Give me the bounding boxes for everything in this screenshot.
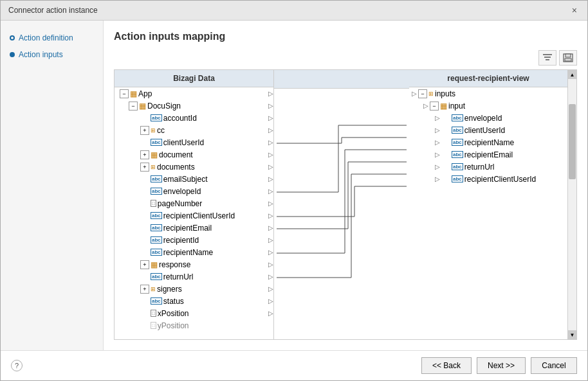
arrow-right: ▷ (268, 127, 273, 134)
sidebar-item-action-inputs[interactable]: Action inputs (6, 48, 98, 62)
node-label: DocuSign (147, 102, 181, 111)
tree-row: abc emailSubject ▷ (115, 173, 273, 185)
tree-row: abc recipientEmail ▷ (115, 222, 273, 234)
tree-row: + ▦ response ▷ (115, 258, 273, 270)
expander-app[interactable]: − (120, 89, 129, 98)
node-label: emailSubject (163, 175, 208, 184)
mid-header-spacer (274, 70, 409, 89)
entity-icon: ▦ (440, 102, 447, 111)
abc-icon: abc (151, 139, 162, 146)
title-bar: Connector action instance × (1, 1, 587, 21)
abc-icon: abc (452, 127, 463, 134)
filter-button[interactable] (538, 50, 556, 66)
scroll-up[interactable]: ▲ (568, 70, 576, 79)
node-label: recipientClientUserId (464, 175, 536, 184)
arrow-right: ▷ (268, 200, 273, 207)
abc-icon: abc (151, 188, 162, 195)
left-arrow: ▷ (412, 90, 417, 97)
node-label: recipientName (163, 248, 213, 257)
arrow-right: ▷ (268, 102, 273, 109)
tree-row: □ xPosition ▷ (115, 307, 273, 319)
arrow-right: ▷ (268, 273, 273, 280)
tree-row: □ pageNumber ▷ (115, 197, 273, 209)
num-icon: □ (151, 322, 156, 330)
node-label: xPosition (158, 309, 189, 318)
expander-docusign[interactable]: − (129, 102, 138, 111)
close-button[interactable]: × (569, 6, 580, 15)
tree-row: + ⊞ signers ▷ (115, 283, 273, 295)
mapping-area: Bizagi Data − ▦ App ▷ (114, 69, 577, 340)
expander-input[interactable]: − (430, 102, 439, 111)
dialog-title: Connector action instance (8, 6, 98, 15)
num-icon: □ (151, 200, 156, 208)
node-label: envelopeId (464, 114, 502, 123)
expander-cc[interactable]: + (140, 126, 149, 135)
expander-response[interactable]: + (140, 260, 149, 269)
arrow-right: ▷ (268, 175, 273, 182)
expander-documents[interactable]: + (140, 163, 149, 172)
sidebar-item-action-definition[interactable]: Action definition (6, 31, 98, 45)
expander-inputs[interactable]: − (418, 89, 427, 98)
arrow-right: ▷ (268, 90, 273, 97)
help-button[interactable]: ? (11, 360, 23, 371)
node-label: App (138, 89, 152, 98)
node-label: recipientEmail (464, 150, 513, 159)
tree-row: ▷ abc returnUrl (409, 161, 567, 173)
content-area: Action definition Action inputs Action i… (1, 21, 587, 350)
sidebar-label-action-inputs: Action inputs (19, 50, 63, 59)
left-panel-header: Bizagi Data (115, 70, 273, 87)
tree-row: ▷ − ⊞ inputs (409, 87, 567, 100)
cancel-button[interactable]: Cancel (531, 357, 577, 374)
tree-row: abc recipientClientUserId ▷ (115, 209, 273, 222)
scrollbar[interactable]: ▲ ▼ (567, 70, 576, 339)
node-label: returnUrl (163, 272, 194, 281)
scroll-thumb[interactable] (569, 104, 576, 179)
tree-row: abc envelopeId ▷ (115, 185, 273, 197)
abc-icon: abc (151, 175, 162, 183)
group-icon: ⊞ (151, 164, 156, 170)
tree-row: ▷ − ▦ input (409, 100, 567, 112)
scroll-down[interactable]: ▼ (568, 330, 576, 339)
node-label: clientUserId (464, 126, 505, 135)
abc-icon: abc (151, 224, 162, 232)
abc-icon: abc (151, 114, 162, 122)
tree-row: abc clientUserId ▷ (115, 136, 273, 148)
arrow-right: ▷ (268, 163, 273, 170)
expander-signers[interactable]: + (140, 285, 149, 294)
connector-area (274, 70, 409, 339)
save-button[interactable] (559, 50, 577, 66)
expander-document[interactable]: + (140, 150, 149, 159)
node-label: documents (157, 163, 195, 172)
arrow-right: ▷ (268, 224, 273, 231)
abc-icon: abc (151, 249, 162, 256)
node-label: inputs (435, 89, 455, 98)
node-label: accountId (163, 114, 197, 123)
arrow-right: ▷ (268, 139, 273, 146)
left-arrow: ▷ (435, 163, 440, 170)
left-arrow: ▷ (435, 114, 440, 121)
tree-row: ▷ abc envelopeId (409, 112, 567, 124)
node-label: returnUrl (464, 163, 495, 172)
main-content: Action inputs mapping (104, 21, 587, 350)
tree-row: + ⊞ documents ▷ (115, 161, 273, 173)
right-tree: ▷ − ⊞ inputs ▷ − ▦ input (409, 87, 567, 339)
back-button[interactable]: << Back (421, 357, 472, 374)
node-label: input (448, 102, 465, 111)
node-label: status (163, 297, 184, 306)
node-label: cc (157, 126, 165, 135)
left-tree: − ▦ App ▷ − ▦ DocuSign ▷ (115, 87, 273, 339)
node-label: pageNumber (158, 199, 202, 208)
node-label: recipientEmail (163, 224, 212, 233)
entity-icon: ▦ (151, 150, 158, 159)
abc-icon: abc (151, 273, 162, 281)
tree-row: abc recipientId ▷ (115, 234, 273, 246)
right-panel-header: request-recipient-view (409, 70, 567, 87)
node-label: response (159, 260, 190, 269)
bullet-action-definition (10, 35, 15, 40)
entity-icon: ▦ (130, 89, 137, 98)
group-icon: ⊞ (151, 286, 156, 292)
next-button[interactable]: Next >> (477, 357, 526, 374)
arrow-right: ▷ (268, 236, 273, 244)
abc-icon: abc (151, 297, 162, 305)
bullet-action-inputs (10, 52, 15, 57)
